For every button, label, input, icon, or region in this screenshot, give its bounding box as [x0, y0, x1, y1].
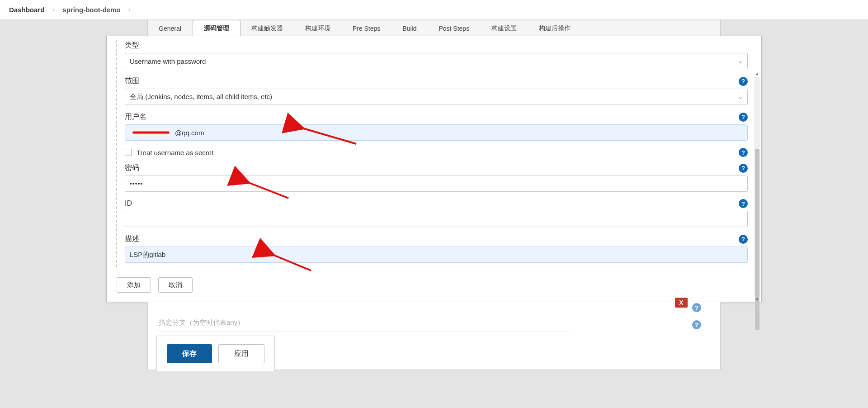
help-icon[interactable]: ? [692, 303, 701, 312]
breadcrumb-sep-icon: › [129, 7, 131, 13]
add-credentials-dialog: 类型 Username with password ⌄ 范围 ? [106, 36, 762, 302]
treat-secret-checkbox[interactable] [125, 149, 132, 156]
help-icon[interactable]: ? [739, 113, 748, 122]
description-label: 描述 [125, 234, 139, 244]
type-select-value: Username with password [130, 57, 206, 65]
scope-select-value: 全局 (Jenkins, nodes, items, all child ite… [130, 93, 272, 101]
chevron-down-icon: ⌄ [738, 58, 743, 64]
footer-actions: 保存 应用 [156, 336, 275, 371]
password-input[interactable]: ••••• [125, 176, 748, 192]
modal-scrollbar-track[interactable]: ▲ ▼ [754, 77, 760, 296]
scope-label: 范围 [125, 76, 139, 86]
breadcrumb: Dashboard › spring-boot-demo › [0, 0, 868, 20]
scroll-up-icon[interactable]: ▲ [754, 71, 760, 77]
breadcrumb-sep-icon: › [52, 7, 54, 13]
branch-specifier-label: 指定分支（为空时代表any） [159, 318, 244, 327]
modal-scrollbar-thumb[interactable] [755, 149, 760, 330]
delete-branch-button[interactable]: X [675, 298, 688, 308]
config-tabs: General 源码管理 构建触发器 构建环境 Pre Steps Build … [147, 20, 721, 36]
tab-poststeps[interactable]: Post Steps [428, 20, 481, 36]
scroll-down-icon[interactable]: ▼ [754, 296, 760, 303]
tab-triggers[interactable]: 构建触发器 [241, 20, 294, 36]
breadcrumb-project[interactable]: spring-boot-demo [62, 6, 120, 14]
username-input[interactable]: @qq.com [125, 124, 748, 141]
id-label: ID [125, 199, 132, 208]
type-select[interactable]: Username with password ⌄ [125, 53, 748, 69]
tab-general[interactable]: General [148, 20, 193, 36]
help-icon[interactable]: ? [739, 77, 748, 86]
save-button[interactable]: 保存 [167, 344, 212, 363]
add-credentials-button[interactable]: 添加 [117, 277, 151, 293]
apply-button[interactable]: 应用 [218, 344, 264, 363]
help-icon[interactable]: ? [739, 199, 748, 208]
redacted-username [130, 128, 172, 137]
help-icon[interactable]: ? [739, 148, 748, 157]
cancel-button[interactable]: 取消 [158, 277, 193, 293]
password-value: ••••• [130, 180, 143, 187]
treat-secret-label: Treat username as secret [137, 149, 213, 157]
tab-presteps[interactable]: Pre Steps [342, 20, 392, 36]
chevron-down-icon: ⌄ [738, 94, 743, 100]
tab-postactions[interactable]: 构建后操作 [528, 20, 582, 36]
password-label: 密码 [125, 163, 139, 173]
help-icon[interactable]: ? [739, 164, 748, 173]
help-icon[interactable]: ? [739, 235, 748, 244]
tab-settings[interactable]: 构建设置 [481, 20, 528, 36]
help-icon[interactable]: ? [692, 320, 701, 329]
tab-env[interactable]: 构建环境 [294, 20, 342, 36]
username-label: 用户名 [125, 112, 146, 122]
type-label: 类型 [125, 41, 139, 50]
breadcrumb-dashboard[interactable]: Dashboard [9, 6, 44, 14]
tab-scm[interactable]: 源码管理 [193, 20, 241, 37]
username-suffix: @qq.com [175, 129, 204, 137]
id-input[interactable] [125, 211, 748, 227]
description-value: LSP的gitlab [130, 251, 165, 259]
scope-select[interactable]: 全局 (Jenkins, nodes, items, all child ite… [125, 89, 748, 105]
tab-build[interactable]: Build [392, 20, 428, 36]
description-input[interactable]: LSP的gitlab [125, 247, 748, 263]
